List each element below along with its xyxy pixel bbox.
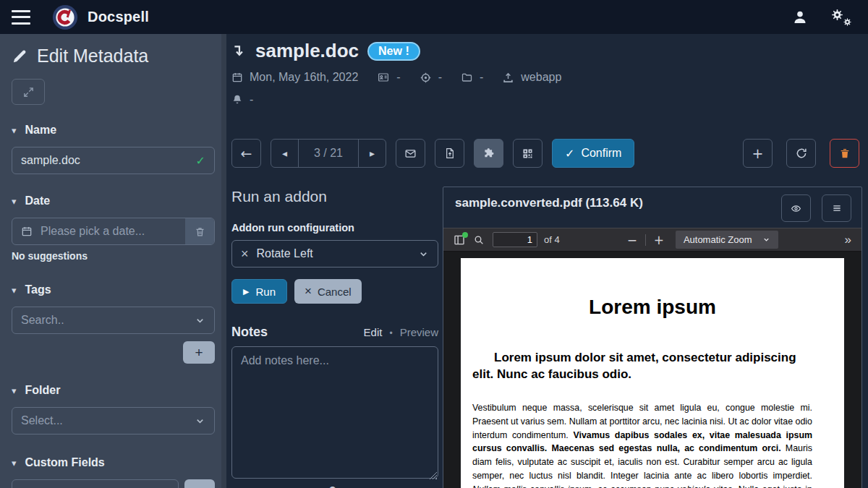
due-date-value[interactable]: - [250, 93, 253, 106]
zoom-out-button[interactable]: − [623, 233, 642, 247]
chevron-down-icon [418, 249, 429, 260]
check-icon: ✓ [565, 147, 574, 160]
folder-select[interactable]: Select... [12, 407, 215, 435]
delete-item-button[interactable] [830, 139, 859, 168]
menu-icon[interactable] [12, 10, 30, 25]
document-body: Vestibulum neque massa, scelerisque sit … [472, 401, 812, 488]
notes-edit-tab[interactable]: Edit [364, 326, 383, 338]
valid-check-icon: ✓ [196, 154, 205, 168]
caret-down-icon: ▾ [12, 125, 17, 136]
new-item-button[interactable]: + [743, 139, 773, 168]
app-logo [52, 4, 78, 30]
item-toolbar: ← ◂ 3 / 21 ▸ ✓ Confirm + [231, 139, 859, 168]
pdf-page-input[interactable] [493, 232, 537, 247]
new-badge[interactable]: New ! [367, 42, 420, 61]
add-files-button[interactable] [435, 139, 464, 168]
attachment-filename: sample.converted.pdf (113.64 K) [455, 194, 643, 222]
zoom-in-button[interactable]: + [650, 233, 668, 247]
caret-down-icon: ▾ [12, 385, 17, 396]
folder-placeholder: Select... [21, 414, 63, 427]
name-field: ✓ [12, 147, 215, 174]
add-custom-field-button[interactable]: + [184, 479, 215, 488]
clear-selection-icon[interactable]: × [241, 247, 249, 262]
addon-notes-column: Run an addon Addon run configuration × R… [231, 188, 438, 488]
qr-code-button[interactable] [513, 139, 542, 168]
prev-item-button[interactable]: ◂ [271, 140, 298, 167]
settings-gears-icon[interactable] [830, 8, 852, 27]
attachment-menu-button[interactable] [822, 194, 851, 222]
addons-button[interactable] [474, 139, 503, 168]
calendar-icon [21, 226, 33, 237]
close-icon: × [305, 284, 312, 299]
document-intro: Lorem ipsum dolor sit amet, consectetur … [472, 350, 812, 383]
preview-eye-button[interactable] [781, 194, 811, 222]
next-item-button[interactable]: ▸ [359, 140, 386, 167]
item-header: sample.doc New ! Mon, May 16th, 2022 - -… [231, 40, 637, 106]
notes-textarea[interactable] [231, 346, 438, 479]
date-field [12, 218, 215, 245]
run-addon-button[interactable]: ▶ Run [231, 279, 287, 304]
markdown-help-icon[interactable]: ? [329, 485, 336, 488]
pdf-viewer[interactable]: Lorem ipsum Lorem ipsum dolor sit amet, … [443, 252, 861, 488]
tags-placeholder: Search.. [21, 314, 64, 327]
navbar: Docspell [0, 0, 868, 34]
expand-metadata-button[interactable] [12, 79, 45, 105]
notes-tab-separator: • [389, 328, 392, 338]
level-down-icon [231, 43, 247, 60]
custom-field-select[interactable]: Select... [12, 479, 179, 488]
pencil-icon [12, 48, 28, 64]
document-title: Lorem ipsum [493, 296, 812, 319]
run-label: Run [255, 286, 276, 298]
pdf-page-count: of 4 [544, 234, 560, 245]
clear-date-button[interactable] [185, 218, 214, 244]
section-folder[interactable]: ▾ Folder [12, 384, 215, 397]
addon-config-value: Rotate Left [257, 247, 313, 260]
date-input[interactable] [41, 225, 178, 238]
addon-config-label: Addon run configuration [231, 222, 438, 234]
notes-heading: Notes [231, 325, 268, 340]
cancel-addon-button[interactable]: × Cancel [294, 279, 362, 304]
back-button[interactable]: ← [231, 139, 261, 168]
pdf-sidebar-toggle-button[interactable] [449, 231, 469, 249]
add-tag-button[interactable]: + [183, 341, 215, 364]
section-custom-fields-label: Custom Fields [25, 456, 105, 469]
item-pager: ◂ 3 / 21 ▸ [271, 139, 386, 168]
section-name[interactable]: ▾ Name [12, 124, 215, 137]
caret-down-icon: ▾ [12, 285, 17, 296]
edit-metadata-sidebar: Edit Metadata ▾ Name ✓ ▾ Date No suggest… [0, 34, 226, 488]
sidebar-title: Edit Metadata [37, 46, 148, 67]
app-title: Docspell [88, 9, 149, 25]
correspondent-value[interactable]: - [396, 71, 400, 84]
source-upload-icon [502, 72, 514, 84]
section-tags[interactable]: ▾ Tags [12, 283, 215, 296]
section-folder-label: Folder [25, 384, 61, 397]
chevron-down-icon [195, 315, 205, 326]
folder-value[interactable]: - [480, 71, 483, 84]
markdown-hint[interactable]: Supports Markdown [342, 486, 438, 488]
addon-config-select[interactable]: × Rotate Left [231, 240, 438, 267]
due-date-bell-icon [231, 94, 243, 106]
confirm-label: Confirm [581, 147, 621, 160]
concerning-value[interactable]: - [438, 71, 442, 84]
tags-select[interactable]: Search.. [12, 307, 215, 334]
pdf-search-button[interactable] [469, 231, 488, 249]
notes-preview-tab[interactable]: Preview [400, 326, 438, 338]
send-mail-button[interactable] [396, 139, 425, 168]
pdf-page: Lorem ipsum Lorem ipsum dolor sit amet, … [461, 258, 844, 488]
pdf-tools-expand-button[interactable]: » [845, 233, 851, 247]
correspondent-icon [377, 72, 390, 83]
pager-position: 3 / 21 [298, 140, 359, 167]
user-icon[interactable] [791, 9, 809, 26]
reprocess-button[interactable] [786, 139, 816, 168]
section-date[interactable]: ▾ Date [12, 194, 215, 207]
zoom-select[interactable]: Automatic Zoom [676, 231, 778, 249]
section-custom-fields[interactable]: ▾ Custom Fields [12, 456, 215, 469]
concerning-icon [420, 72, 432, 84]
pdfjs-toolbar: of 4 − + Automatic Zoom » [443, 228, 861, 252]
item-date[interactable]: Mon, May 16th, 2022 [250, 71, 358, 84]
item-date-icon [231, 72, 243, 83]
name-input[interactable] [21, 154, 196, 167]
confirm-button[interactable]: ✓ Confirm [552, 139, 634, 168]
date-suggestions-hint: No suggestions [12, 250, 215, 262]
attachment-panel: sample.converted.pdf (113.64 K) of 4 − +… [443, 187, 862, 488]
